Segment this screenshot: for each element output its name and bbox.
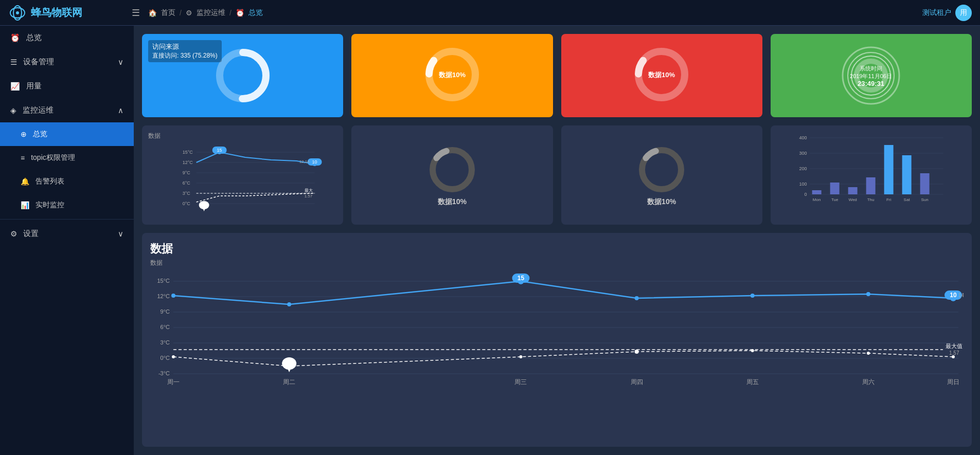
svg-point-99 <box>519 355 522 358</box>
line-chart-label: 数据 <box>148 132 337 140</box>
visits-overlay: 访问来源 直接访问: 335 (75.28%) <box>148 40 222 62</box>
clock-date: 2019年11月06日 <box>850 73 892 79</box>
top-cards-row: 访问来源 直接访问: 335 (75.28%) 数据10% <box>142 34 972 117</box>
svg-text:1.57: 1.57 <box>949 350 959 356</box>
sidebar-item-topic[interactable]: ≡ topic权限管理 <box>0 146 134 170</box>
svg-text:Tue: Tue <box>831 197 839 202</box>
content-area: 访问来源 直接访问: 335 (75.28%) 数据10% <box>134 26 980 455</box>
nav-monitor[interactable]: 监控运维 <box>197 8 225 17</box>
sidebar-item-settings[interactable]: ⚙ 设置 ∨ <box>0 222 134 246</box>
svg-text:数据10%: 数据10% <box>438 71 466 79</box>
sidebar-label-overview: 总览 <box>26 33 42 43</box>
logo: 蜂鸟物联网 <box>8 4 132 22</box>
gray-donut2-chart <box>636 144 687 195</box>
svg-text:最大: 最大 <box>305 188 313 193</box>
user-area: 测试租户 用 <box>922 5 972 21</box>
sidebar-item-realtime[interactable]: 📊 实时监控 <box>0 193 134 217</box>
svg-text:Sat: Sat <box>903 197 910 202</box>
sidebar-item-device[interactable]: ☰ 设备管理 ∨ <box>0 50 134 74</box>
logo-text: 蜂鸟物联网 <box>31 6 82 20</box>
mid-line-chart-card: 数据 15°C 12°C 9°C 6°C 3°C 0°C <box>142 125 343 225</box>
svg-text:数据10%: 数据10% <box>648 71 675 79</box>
gray-donut1-label: 数据10% <box>438 197 467 207</box>
svg-text:6°C: 6°C <box>161 324 170 330</box>
svg-text:9°C: 9°C <box>183 170 191 175</box>
svg-text:Mon: Mon <box>813 197 821 202</box>
svg-point-90 <box>866 292 870 296</box>
menu-icon[interactable]: ☰ <box>132 7 140 19</box>
mid-gray-donut2-card: 数据10% <box>561 125 762 225</box>
svg-text:最大值: 最大值 <box>946 343 963 349</box>
svg-point-100 <box>635 350 639 354</box>
svg-point-97 <box>172 355 175 358</box>
svg-text:周一: 周一 <box>167 378 180 386</box>
svg-text:14: 14 <box>958 293 964 298</box>
gray-donut2-label: 数据10% <box>647 197 676 207</box>
chart-line-icon: 📈 <box>10 82 20 91</box>
clock-chart: 系统时间 2019年11月06日 23:49:31 <box>838 42 904 109</box>
sidebar-item-overview[interactable]: ⏰ 总览 <box>0 26 134 50</box>
svg-rect-56 <box>848 187 857 194</box>
sidebar-label-alert: 告警列表 <box>35 177 64 186</box>
svg-point-101 <box>751 349 754 352</box>
app-header: 蜂鸟物联网 ☰ 🏠 首页 / ⚙ 监控运维 / ⏰ 总览 测试租户 用 <box>0 0 980 26</box>
bar-chart-icon: 📊 <box>21 201 29 209</box>
home-icon: 🏠 <box>148 9 157 17</box>
shield-icon: ◈ <box>10 106 16 115</box>
svg-text:系统时间: 系统时间 <box>860 65 882 71</box>
chevron-up-icon: ∧ <box>118 106 123 115</box>
mid-bar-chart-card: 400 300 200 100 0 <box>771 125 972 225</box>
svg-text:300: 300 <box>799 151 807 156</box>
svg-text:-3°C: -3°C <box>158 370 170 376</box>
mid-gray-donut1-card: 数据10% <box>351 125 553 225</box>
sidebar-item-alert[interactable]: 🔔 告警列表 <box>0 170 134 193</box>
bottom-line-chart: 15°C 12°C 9°C 6°C 3°C 0°C -3°C 最大值 1.57 <box>150 274 964 397</box>
svg-rect-57 <box>866 177 875 194</box>
svg-point-88 <box>635 296 639 300</box>
username: 测试租户 <box>922 8 951 17</box>
card-visits: 访问来源 直接访问: 335 (75.28%) <box>142 34 343 117</box>
bottom-chart-sub: 数据 <box>150 259 964 267</box>
mid-line-chart: 15°C 12°C 9°C 6°C 3°C 0°C 最大 1. <box>148 144 337 216</box>
svg-text:0°C: 0°C <box>161 355 170 361</box>
svg-text:400: 400 <box>799 135 807 140</box>
sidebar-item-overview2[interactable]: ⊕ 总览 <box>0 122 134 146</box>
logo-icon <box>8 4 27 22</box>
sidebar: ⏰ 总览 ☰ 设备管理 ∨ 📈 用量 ◈ 监控运维 ∧ <box>0 26 134 455</box>
svg-text:1.57: 1.57 <box>305 194 313 198</box>
svg-point-103 <box>952 355 955 358</box>
bottom-chart-card: 数据 数据 15°C 12°C 9°C 6°C 3°C 0°C -3°C <box>142 233 972 447</box>
mid-cards-row: 数据 15°C 12°C 9°C 6°C 3°C 0°C <box>142 125 972 225</box>
avatar[interactable]: 用 <box>955 5 972 21</box>
svg-rect-60 <box>920 173 929 194</box>
svg-text:3°C: 3°C <box>183 191 191 196</box>
svg-text:0: 0 <box>804 192 807 197</box>
data1-donut-chart: 数据10% <box>421 44 483 105</box>
nav-home[interactable]: 首页 <box>161 8 175 17</box>
sidebar-item-monitor[interactable]: ◈ 监控运维 ∧ <box>0 98 134 122</box>
svg-text:Wed: Wed <box>848 197 857 202</box>
svg-rect-59 <box>902 155 911 194</box>
svg-rect-58 <box>884 145 893 194</box>
visits-label: 访问来源 <box>152 42 218 51</box>
sidebar-label-usage: 用量 <box>26 81 42 91</box>
card-data1: 数据10% <box>351 34 553 117</box>
svg-point-102 <box>867 352 870 355</box>
card-clock: 系统时间 2019年11月06日 23:49:31 <box>771 34 972 117</box>
svg-text:15°C: 15°C <box>183 150 193 155</box>
svg-text:周日: 周日 <box>947 378 959 386</box>
svg-text:Sun: Sun <box>921 197 928 202</box>
data2-donut-chart: 数据10% <box>631 44 692 105</box>
nav-monitor-icon: ⚙ <box>186 9 192 17</box>
svg-text:9°C: 9°C <box>161 308 170 315</box>
sidebar-item-usage[interactable]: 📈 用量 <box>0 74 134 98</box>
sidebar-label-topic: topic权限管理 <box>31 153 75 162</box>
svg-text:周四: 周四 <box>631 378 643 386</box>
svg-text:12,14: 12,14 <box>299 159 310 164</box>
bell-icon: 🔔 <box>21 177 29 186</box>
svg-text:12°C: 12°C <box>183 160 193 165</box>
gear-icon: ⚙ <box>10 229 17 239</box>
svg-rect-55 <box>830 183 839 194</box>
gray-donut1-chart <box>426 144 478 195</box>
nav-overview[interactable]: 总览 <box>248 8 263 17</box>
